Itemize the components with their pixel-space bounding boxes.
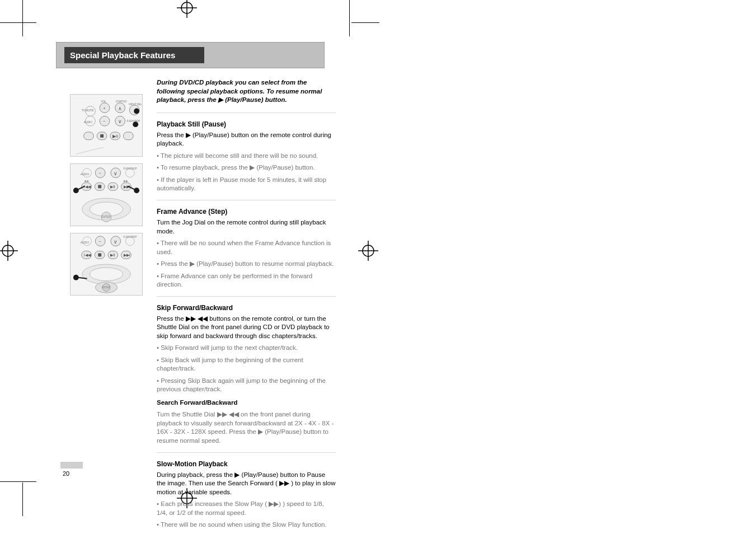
section-title: Special Playback Features xyxy=(64,47,204,63)
advance-note1: • There will be no sound when the Frame … xyxy=(157,239,336,256)
skip-note2: • Skip Back will jump to the beginning o… xyxy=(157,356,336,373)
play-icon: ▶ xyxy=(234,471,240,478)
play-icon: ▶ xyxy=(250,164,255,171)
play-icon: ▶ xyxy=(190,260,195,267)
svg-point-36 xyxy=(134,109,139,114)
svg-text:VOL: VOL xyxy=(101,100,106,103)
svg-text:INPUT SEL.: INPUT SEL. xyxy=(129,103,142,106)
heading-still: Playback Still (Pause) xyxy=(157,120,336,129)
crop-mark xyxy=(0,481,36,482)
still-note1: • The picture will become still and ther… xyxy=(157,152,336,161)
intro-paragraph: During DVD/CD playback you can select fr… xyxy=(157,78,336,105)
subheading-search: Search Forward/Backward xyxy=(157,399,237,406)
svg-text:−: − xyxy=(98,239,101,244)
svg-text:−: − xyxy=(98,171,101,176)
slow-note1: • Each press increases the Slow Play ( ▶… xyxy=(157,500,336,517)
ff-icon: ▶▶ xyxy=(279,480,289,486)
slow-note2: • There will be no sound when using the … xyxy=(157,521,336,530)
remote-illustration-bottom: − ∨ AUDIO F.ADV/SKIP I◀◀ ▶II ▶▶I ENTER xyxy=(70,233,143,296)
skip-p1: Press the ▶▶ ◀◀ buttons on the remote co… xyxy=(157,315,336,341)
heading-advance: Frame Advance (Step) xyxy=(157,207,336,216)
svg-text:AUDIO: AUDIO xyxy=(84,121,93,124)
heading-slow: Slow-Motion Playback xyxy=(157,460,336,469)
crop-mark xyxy=(0,22,36,23)
section-header-bar: Special Playback Features xyxy=(56,42,325,68)
remote-illustration-mid: − ∨ AUDIO F.ADV/SKIP I◀◀ ▶II ▶▶I ◀◀ ▶▶ E… xyxy=(70,163,143,226)
svg-text:F.ADV/SKIP: F.ADV/SKIP xyxy=(124,236,137,238)
advance-p1: Turn the Jog Dial on the remote control … xyxy=(157,218,336,236)
svg-point-37 xyxy=(133,121,138,127)
svg-point-61 xyxy=(73,188,79,193)
svg-rect-35 xyxy=(124,132,134,140)
svg-rect-77 xyxy=(98,253,101,256)
registration-mark xyxy=(358,241,378,261)
svg-text:F.ADV/SKIP: F.ADV/SKIP xyxy=(126,120,140,123)
ff-rw-icon: ▶▶ ◀◀ xyxy=(186,315,208,322)
slow-p1: During playback, press the ▶ (Play/Pause… xyxy=(157,471,336,497)
svg-text:+: + xyxy=(103,106,106,111)
svg-text:AUDIO: AUDIO xyxy=(81,173,90,176)
skip-note3: • Pressing Skip Back again will jump to … xyxy=(157,377,336,394)
page-number-block xyxy=(60,462,83,469)
svg-point-87 xyxy=(73,275,79,280)
ff-icon: ▶▶ xyxy=(269,500,279,507)
svg-text:∧: ∧ xyxy=(118,106,122,111)
advance-note2: • Press the ▶ (Play/Pause) button to res… xyxy=(157,260,336,269)
registration-mark xyxy=(0,241,18,261)
ff-rw-icon: ▶▶ ◀◀ xyxy=(217,411,239,418)
svg-text:∨: ∨ xyxy=(114,239,118,245)
still-note2: • To resume playback, press the ▶ (Play/… xyxy=(157,163,336,172)
heading-skip: Skip Forward/Backward xyxy=(157,303,336,312)
play-icon: ▶ xyxy=(258,428,263,435)
search-p1: Turn the Shuttle Dial ▶▶ ◀◀ on the front… xyxy=(157,410,336,445)
svg-rect-32 xyxy=(100,134,104,138)
svg-text:F.ADV/SKIP: F.ADV/SKIP xyxy=(124,167,137,170)
svg-text:CH/P.NO: CH/P.NO xyxy=(116,100,127,103)
svg-text:▶▶I: ▶▶I xyxy=(124,253,130,257)
body-text-column: During DVD/CD playback you can select fr… xyxy=(157,78,336,534)
still-p1: Press the ▶ (Play/Pause) button on the r… xyxy=(157,131,336,148)
svg-text:▶▶: ▶▶ xyxy=(124,180,128,182)
svg-text:▶II: ▶II xyxy=(110,185,115,189)
svg-text:I◀◀: I◀◀ xyxy=(84,253,91,257)
svg-text:ENTER: ENTER xyxy=(101,216,111,218)
crop-mark xyxy=(22,483,23,516)
svg-text:I◀◀: I◀◀ xyxy=(84,185,91,189)
page-number: 20 xyxy=(63,470,69,477)
content-column: Special Playback Features xyxy=(56,42,336,68)
svg-text:∨: ∨ xyxy=(114,171,118,176)
document-page: Special Playback Features VOL CH/P.NO + … xyxy=(0,0,756,534)
crop-mark xyxy=(349,0,350,36)
svg-text:▶II: ▶II xyxy=(110,253,115,257)
svg-rect-30 xyxy=(84,132,94,140)
svg-point-63 xyxy=(134,188,139,193)
remote-illustration-top: VOL CH/P.NO + ∧ TV MUTE INPUT SEL. − ∨ A… xyxy=(70,94,143,157)
svg-text:∨: ∨ xyxy=(118,119,122,124)
crop-mark xyxy=(351,22,379,23)
still-note3: • If the player is left in Pause mode fo… xyxy=(157,176,336,193)
crop-mark xyxy=(22,0,23,36)
skip-note1: • Skip Forward will jump to the next cha… xyxy=(157,344,336,353)
svg-text:▶II: ▶II xyxy=(112,134,118,139)
svg-text:TV MUTE: TV MUTE xyxy=(82,109,94,112)
play-icon: ▶ xyxy=(186,132,191,138)
svg-text:◀◀: ◀◀ xyxy=(84,180,88,182)
svg-text:AUDIO: AUDIO xyxy=(81,241,90,244)
registration-mark xyxy=(177,0,197,18)
advance-note3: • Frame Advance can only be performed in… xyxy=(157,272,336,289)
svg-text:ENTER: ENTER xyxy=(102,286,110,289)
svg-rect-50 xyxy=(98,185,101,188)
svg-text:−: − xyxy=(103,119,106,124)
svg-point-83 xyxy=(90,268,123,281)
